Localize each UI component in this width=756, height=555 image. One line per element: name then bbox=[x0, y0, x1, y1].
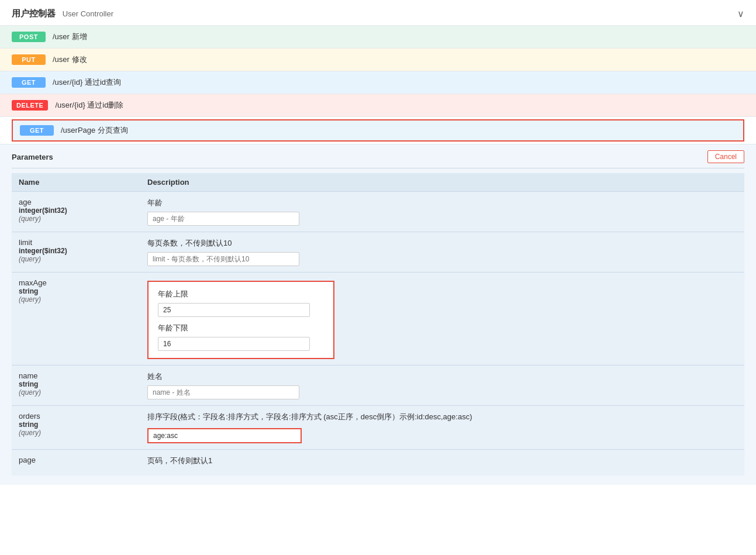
minage-label: 年龄下限 bbox=[158, 323, 324, 333]
method-badge-delete: DELETE bbox=[12, 100, 48, 111]
param-name-limit: limit bbox=[19, 238, 32, 247]
param-name-col-maxage: maxAge string (query) bbox=[19, 278, 147, 304]
param-name-orders: orders bbox=[19, 412, 40, 420]
col-desc-header: Description bbox=[147, 178, 737, 187]
param-type-name: string bbox=[19, 380, 147, 388]
param-name-col-orders: orders string (query) bbox=[19, 412, 147, 437]
endpoint-path-get-page: /userPage 分页查询 bbox=[61, 125, 128, 136]
param-input-orders[interactable] bbox=[149, 429, 301, 442]
param-desc-col-page: 页码，不传则默认1 bbox=[147, 456, 737, 470]
param-type-limit: integer($int32) bbox=[19, 247, 147, 255]
param-desc-col-limit: 每页条数，不传则默认10 bbox=[147, 238, 737, 266]
param-desc-page: 页码，不传则默认1 bbox=[147, 456, 737, 466]
param-location-limit: (query) bbox=[19, 255, 147, 263]
param-input-minage[interactable] bbox=[158, 337, 310, 351]
endpoint-post[interactable]: POST /user 新增 bbox=[0, 26, 756, 49]
param-row-page: page 页码，不传则默认1 bbox=[12, 450, 744, 475]
param-name-page: page bbox=[19, 456, 36, 464]
endpoint-path-get-id: /user/{id} 通过id查询 bbox=[53, 77, 121, 88]
endpoint-path-put: /user 修改 bbox=[53, 54, 87, 65]
param-desc-col-name: 姓名 bbox=[147, 371, 737, 399]
endpoint-delete[interactable]: DELETE /user/{id} 通过id删除 bbox=[0, 94, 756, 117]
param-name-col-age: age integer($int32) (query) bbox=[19, 198, 147, 223]
endpoint-get-userpage[interactable]: GET /userPage 分页查询 bbox=[12, 119, 744, 142]
chevron-icon[interactable]: ∨ bbox=[737, 8, 744, 19]
params-table-header: Name Description bbox=[12, 173, 744, 192]
param-input-name[interactable] bbox=[147, 385, 299, 399]
col-name-header: Name bbox=[19, 178, 147, 187]
param-type-age: integer($int32) bbox=[19, 206, 147, 215]
params-table-container: Name Description age integer($int32) (qu… bbox=[12, 173, 744, 475]
param-type-orders: string bbox=[19, 420, 147, 429]
endpoint-path-delete: /user/{id} 通过id删除 bbox=[55, 100, 123, 111]
controller-title: 用户控制器 bbox=[12, 8, 56, 18]
method-badge-post: POST bbox=[12, 32, 46, 42]
param-name-name: name bbox=[19, 371, 38, 380]
expanded-panel: Parameters Cancel Name Description age i… bbox=[0, 144, 756, 485]
param-location-maxage: (query) bbox=[19, 295, 147, 304]
params-header: Parameters Cancel bbox=[12, 144, 744, 168]
cancel-button[interactable]: Cancel bbox=[707, 150, 744, 163]
param-name-col-limit: limit integer($int32) (query) bbox=[19, 238, 147, 263]
param-row-maxage: maxAge string (query) 年龄上限 年龄下限 bbox=[12, 273, 744, 366]
param-desc-col-maxage: 年龄上限 年龄下限 bbox=[147, 278, 737, 359]
param-name-age: age bbox=[19, 198, 32, 206]
param-desc-orders: 排序字段(格式：字段名:排序方式，字段名:排序方式 (asc正序，desc倒序）… bbox=[147, 412, 737, 422]
param-name-maxage: maxAge bbox=[19, 278, 47, 287]
orders-input-box bbox=[147, 428, 302, 443]
param-desc-limit: 每页条数，不传则默认10 bbox=[147, 238, 737, 249]
controller-title-group: 用户控制器 User Controller bbox=[12, 8, 113, 19]
param-type-maxage: string bbox=[19, 287, 147, 295]
maxage-label: 年龄上限 bbox=[158, 289, 324, 299]
controller-header: 用户控制器 User Controller ∨ bbox=[0, 0, 756, 26]
param-location-age: (query) bbox=[19, 215, 147, 223]
endpoint-path-post: /user 新增 bbox=[53, 32, 87, 42]
param-row-limit: limit integer($int32) (query) 每页条数，不传则默认… bbox=[12, 232, 744, 273]
param-desc-col-age: 年龄 bbox=[147, 198, 737, 226]
endpoint-put[interactable]: PUT /user 修改 bbox=[0, 49, 756, 71]
param-name-col-page: page bbox=[19, 456, 147, 464]
param-input-age[interactable] bbox=[147, 212, 299, 226]
param-row-orders: orders string (query) 排序字段(格式：字段名:排序方式，字… bbox=[12, 406, 744, 450]
param-location-orders: (query) bbox=[19, 429, 147, 437]
endpoint-get-by-id[interactable]: GET /user/{id} 通过id查询 bbox=[0, 71, 756, 94]
param-row-name: name string (query) 姓名 bbox=[12, 366, 744, 406]
param-row-age: age integer($int32) (query) 年龄 bbox=[12, 192, 744, 232]
page-wrapper: 用户控制器 User Controller ∨ POST /user 新增 PU… bbox=[0, 0, 756, 555]
method-badge-get-id: GET bbox=[12, 77, 46, 88]
param-desc-age: 年龄 bbox=[147, 198, 737, 208]
method-badge-put: PUT bbox=[12, 54, 46, 65]
param-name-col-name: name string (query) bbox=[19, 371, 147, 397]
param-desc-col-orders: 排序字段(格式：字段名:排序方式，字段名:排序方式 (asc正序，desc倒序）… bbox=[147, 412, 737, 443]
param-desc-name: 姓名 bbox=[147, 371, 737, 382]
param-input-limit[interactable] bbox=[147, 252, 299, 266]
controller-subtitle: User Controller bbox=[63, 9, 113, 18]
params-label: Parameters bbox=[12, 153, 53, 161]
param-location-name: (query) bbox=[19, 388, 147, 397]
method-badge-get-page: GET bbox=[20, 125, 54, 136]
param-input-maxage[interactable] bbox=[158, 303, 310, 317]
age-group-box: 年龄上限 年龄下限 bbox=[147, 281, 334, 359]
